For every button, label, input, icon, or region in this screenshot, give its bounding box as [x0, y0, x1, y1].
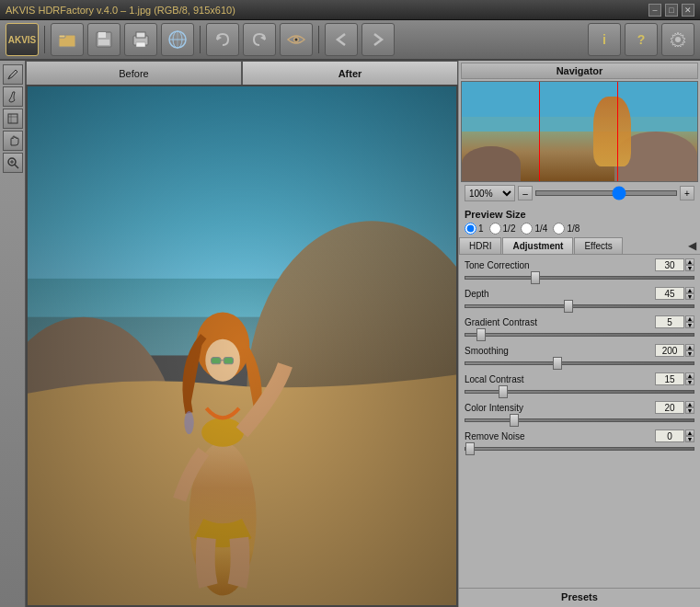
depth-down[interactable]: ▼	[685, 293, 694, 300]
preview-size-eighth-radio[interactable]	[553, 223, 565, 235]
zoom-select[interactable]: 100% 50% 200%	[465, 185, 515, 201]
info-btn[interactable]: i	[588, 23, 621, 56]
depth-slider[interactable]	[465, 304, 694, 308]
smoothing-value[interactable]: 200	[655, 344, 684, 357]
help-btn[interactable]: ?	[625, 23, 658, 56]
color-intensity-down[interactable]: ▼	[685, 407, 694, 414]
panel-collapse-btn[interactable]: ◀	[688, 239, 696, 252]
tab-adjustment[interactable]: Adjustment	[502, 237, 573, 254]
nav-figure	[593, 97, 631, 166]
forward-arrow-icon	[369, 30, 387, 49]
color-intensity-row: Color Intensity 20 ▲ ▼	[465, 401, 694, 426]
zoom-tool-btn[interactable]	[3, 153, 23, 173]
web-btn[interactable]	[161, 23, 194, 56]
preview-size-1-radio[interactable]	[465, 223, 476, 235]
navigator-thumbnail[interactable]	[461, 81, 698, 182]
preview-btn[interactable]	[280, 23, 313, 56]
open-btn[interactable]	[51, 23, 84, 56]
depth-value[interactable]: 45	[655, 287, 684, 300]
tab-hdri[interactable]: HDRI	[459, 237, 501, 254]
smoothing-up[interactable]: ▲	[685, 344, 694, 350]
local-contrast-down[interactable]: ▼	[685, 379, 694, 385]
svg-rect-37	[28, 86, 456, 605]
color-intensity-label: Color Intensity	[465, 403, 523, 413]
local-contrast-slider[interactable]	[465, 390, 694, 394]
crop-icon	[6, 112, 19, 125]
minimize-button[interactable]: –	[648, 4, 661, 17]
depth-up[interactable]: ▲	[685, 287, 694, 293]
canvas-container[interactable]	[26, 85, 458, 607]
close-button[interactable]: ✕	[682, 4, 694, 17]
pen-tool-btn[interactable]	[3, 64, 23, 85]
save-btn[interactable]	[87, 23, 120, 56]
tone-correction-value[interactable]: 30	[655, 258, 684, 271]
tone-correction-slider[interactable]	[465, 276, 694, 280]
settings-btn[interactable]	[661, 23, 694, 56]
before-after-tabs: Before After	[26, 61, 458, 85]
gradient-contrast-spinners: ▲ ▼	[685, 315, 694, 328]
gradient-contrast-up[interactable]: ▲	[685, 315, 694, 322]
remove-noise-down[interactable]: ▼	[685, 436, 694, 442]
remove-noise-slider[interactable]	[465, 447, 694, 451]
tab-effects[interactable]: Effects	[574, 237, 622, 254]
local-contrast-value[interactable]: 15	[655, 372, 684, 385]
smoothing-slider-track	[465, 358, 694, 369]
hand-tool-btn[interactable]	[3, 131, 23, 151]
smoothing-slider[interactable]	[465, 361, 694, 365]
smoothing-down[interactable]: ▼	[685, 350, 694, 357]
tone-correction-header: Tone Correction 30 ▲ ▼	[465, 258, 694, 271]
gradient-contrast-slider[interactable]	[465, 333, 694, 337]
gradient-contrast-down[interactable]: ▼	[685, 322, 694, 328]
print-btn[interactable]	[124, 23, 157, 56]
toolbar: AKVIS	[0, 20, 700, 61]
redo-icon	[249, 29, 270, 50]
maximize-button[interactable]: □	[665, 4, 678, 17]
preview-size-options: 1 1/2 1/4 1/8	[465, 223, 694, 235]
back-btn[interactable]	[325, 23, 358, 56]
brush-tool-btn[interactable]	[3, 86, 23, 107]
remove-noise-value-box: 0 ▲ ▼	[655, 429, 694, 442]
preview-size-quarter-radio[interactable]	[521, 223, 533, 235]
zoom-out-btn[interactable]: –	[518, 186, 533, 200]
eye-icon	[286, 29, 306, 50]
preview-size-quarter[interactable]: 1/4	[521, 223, 547, 235]
local-contrast-up[interactable]: ▲	[685, 372, 694, 379]
title-text: AKVIS HDRFactory v.4.0 – 1.jpg (RGB/8, 9…	[6, 5, 235, 16]
redo-btn[interactable]	[243, 23, 276, 56]
preview-size-label: Preview Size	[465, 209, 694, 220]
color-intensity-value[interactable]: 20	[655, 401, 684, 414]
color-intensity-up[interactable]: ▲	[685, 401, 694, 407]
nav-water	[462, 117, 697, 132]
main-area: Before After	[0, 61, 700, 607]
gradient-contrast-value[interactable]: 5	[655, 315, 684, 328]
remove-noise-value[interactable]: 0	[655, 429, 684, 442]
navigator-section: Navigator 100% 50% 200%	[459, 61, 700, 206]
nav-controls: 100% 50% 200% – +	[461, 182, 698, 204]
undo-btn[interactable]	[206, 23, 239, 56]
nav-rock-left	[462, 146, 521, 181]
before-tab[interactable]: Before	[26, 61, 242, 85]
forward-btn[interactable]	[361, 23, 395, 56]
panel-tabs: HDRI Adjustment Effects ◀	[459, 237, 700, 255]
zoom-slider[interactable]	[535, 190, 677, 196]
color-intensity-slider[interactable]	[465, 418, 694, 422]
window-controls: – □ ✕	[648, 4, 694, 17]
depth-slider-track	[465, 301, 694, 312]
svg-rect-3	[98, 32, 106, 38]
tone-correction-down[interactable]: ▼	[685, 265, 694, 271]
remove-noise-slider-track	[465, 443, 694, 454]
tone-correction-row: Tone Correction 30 ▲ ▼	[465, 258, 694, 283]
preview-size-half[interactable]: 1/2	[489, 223, 516, 235]
preview-size-eighth[interactable]: 1/8	[553, 223, 580, 235]
remove-noise-up[interactable]: ▲	[685, 429, 694, 436]
tone-correction-up[interactable]: ▲	[685, 258, 694, 265]
preview-size-1[interactable]: 1	[465, 223, 484, 235]
preview-size-half-radio[interactable]	[489, 223, 501, 235]
zoom-in-btn[interactable]: +	[680, 186, 694, 200]
logo-btn[interactable]: AKVIS	[6, 23, 39, 56]
nav-divider-left	[539, 82, 540, 181]
transform-tool-btn[interactable]	[3, 109, 23, 129]
after-tab[interactable]: After	[242, 61, 458, 85]
remove-noise-label: Remove Noise	[465, 431, 525, 441]
hand-icon	[6, 134, 19, 147]
